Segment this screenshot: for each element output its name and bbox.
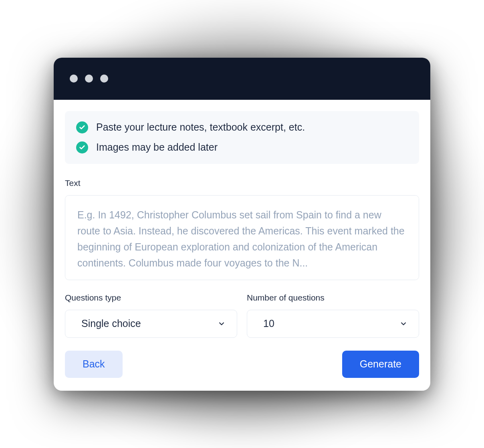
text-field-label: Text bbox=[65, 178, 419, 188]
check-icon bbox=[76, 121, 88, 133]
info-text: Images may be added later bbox=[96, 141, 218, 153]
actions-row: Back Generate bbox=[65, 351, 419, 378]
questions-type-label: Questions type bbox=[65, 293, 237, 303]
chevron-down-icon bbox=[399, 320, 407, 328]
generate-button[interactable]: Generate bbox=[342, 351, 419, 378]
number-of-questions-group: Number of questions 10 bbox=[247, 293, 419, 338]
number-of-questions-value: 10 bbox=[263, 318, 274, 329]
titlebar bbox=[54, 58, 430, 100]
questions-type-value: Single choice bbox=[81, 318, 141, 329]
back-button[interactable]: Back bbox=[65, 351, 123, 378]
number-of-questions-label: Number of questions bbox=[247, 293, 419, 303]
traffic-light-minimize-icon[interactable] bbox=[85, 75, 93, 83]
questions-type-group: Questions type Single choice bbox=[65, 293, 237, 338]
info-item: Paste your lecture notes, textbook excer… bbox=[76, 121, 408, 133]
app-window: Paste your lecture notes, textbook excer… bbox=[54, 58, 430, 391]
info-box: Paste your lecture notes, textbook excer… bbox=[65, 111, 419, 164]
traffic-light-maximize-icon[interactable] bbox=[100, 75, 108, 83]
traffic-light-close-icon[interactable] bbox=[70, 75, 78, 83]
info-item: Images may be added later bbox=[76, 141, 408, 153]
content-area: Paste your lecture notes, textbook excer… bbox=[54, 100, 430, 391]
questions-type-select[interactable]: Single choice bbox=[65, 310, 237, 338]
info-text: Paste your lecture notes, textbook excer… bbox=[96, 121, 305, 133]
check-icon bbox=[76, 141, 88, 153]
text-input[interactable] bbox=[65, 195, 419, 280]
chevron-down-icon bbox=[218, 320, 226, 328]
number-of-questions-select[interactable]: 10 bbox=[247, 310, 419, 338]
